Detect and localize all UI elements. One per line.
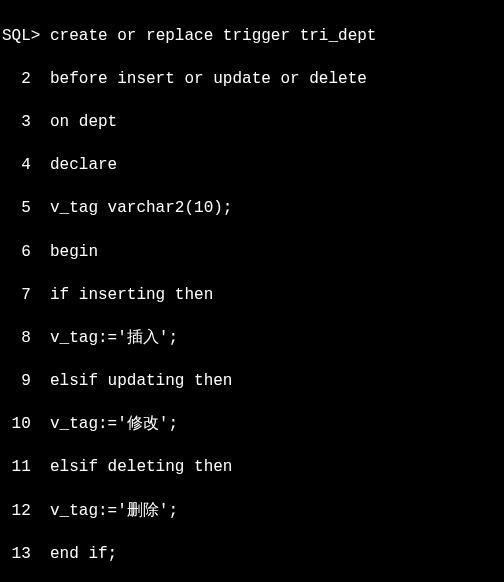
code-line-9: 9elsif updating then — [2, 371, 502, 393]
code-text: v_tag:='删除'; — [50, 502, 178, 520]
code-text: begin — [50, 243, 98, 261]
line-number: 5 — [2, 198, 31, 220]
code-text: create or replace trigger tri_dept — [50, 27, 376, 45]
code-text: if inserting then — [50, 286, 213, 304]
line-number: 3 — [2, 112, 31, 134]
code-text: elsif deleting then — [50, 458, 232, 476]
line-number: 13 — [2, 544, 31, 566]
code-line-10: 10v_tag:='修改'; — [2, 414, 502, 436]
sql-terminal[interactable]: SQL> create or replace trigger tri_dept … — [0, 0, 504, 582]
code-text: before insert or update or delete — [50, 70, 367, 88]
code-text: v_tag:='修改'; — [50, 415, 178, 433]
line-number: 2 — [2, 69, 31, 91]
code-text: on dept — [50, 113, 117, 131]
line-number: 12 — [2, 501, 31, 523]
sql-prompt: SQL> — [2, 27, 40, 45]
code-line-3: 3on dept — [2, 112, 502, 134]
code-line-6: 6begin — [2, 242, 502, 264]
line-number: 7 — [2, 285, 31, 307]
line-number: 6 — [2, 242, 31, 264]
code-text: end if; — [50, 545, 117, 563]
code-line-1: SQL> create or replace trigger tri_dept — [2, 26, 502, 48]
code-line-4: 4declare — [2, 155, 502, 177]
code-line-12: 12v_tag:='删除'; — [2, 501, 502, 523]
code-line-8: 8v_tag:='插入'; — [2, 328, 502, 350]
code-text: v_tag:='插入'; — [50, 329, 178, 347]
code-line-5: 5v_tag varchar2(10); — [2, 198, 502, 220]
code-line-13: 13end if; — [2, 544, 502, 566]
code-line-2: 2before insert or update or delete — [2, 69, 502, 91]
code-text: declare — [50, 156, 117, 174]
line-number: 8 — [2, 328, 31, 350]
line-number: 9 — [2, 371, 31, 393]
code-text: elsif updating then — [50, 372, 232, 390]
line-number: 10 — [2, 414, 31, 436]
code-line-7: 7if inserting then — [2, 285, 502, 307]
line-number: 4 — [2, 155, 31, 177]
code-line-11: 11elsif deleting then — [2, 457, 502, 479]
code-text: v_tag varchar2(10); — [50, 199, 232, 217]
line-number: 11 — [2, 457, 31, 479]
